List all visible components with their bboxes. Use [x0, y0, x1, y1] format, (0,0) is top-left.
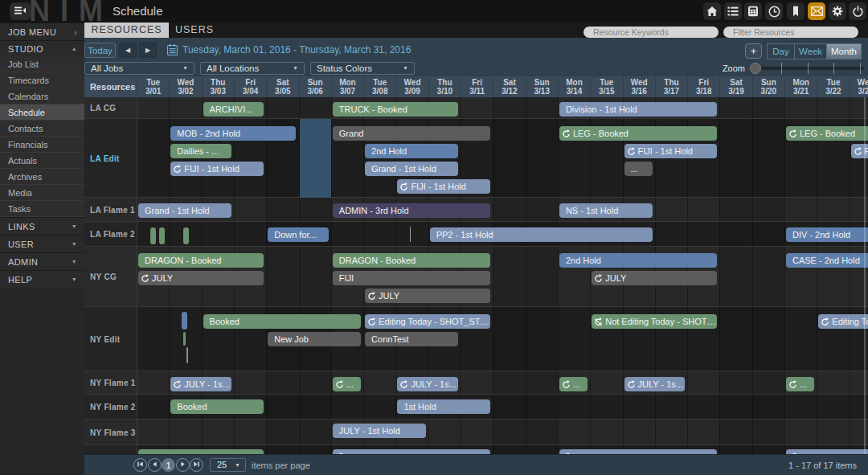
home-button[interactable]	[703, 2, 721, 20]
schedule-event[interactable]: NS - 1st Hold	[559, 203, 653, 218]
schedule-event[interactable]: DIV - 2nd Hold	[786, 227, 868, 242]
gear-button[interactable]	[829, 2, 846, 20]
sidebar-section-admin[interactable]: ADMIN▼	[0, 252, 84, 270]
schedule-event[interactable]: JULY - 1s...	[170, 377, 231, 391]
schedule-event[interactable]: ...	[333, 377, 361, 391]
mail-button[interactable]	[808, 2, 825, 20]
clock-button[interactable]	[765, 2, 783, 20]
schedule-event[interactable]: JULY - 1s...	[624, 377, 686, 391]
mini-event-line[interactable]	[186, 347, 188, 363]
mini-event-pill[interactable]	[159, 227, 165, 244]
sidebar-item-actuals[interactable]: Actuals	[0, 153, 84, 169]
schedule-event[interactable]: 2nd Hold	[365, 144, 458, 158]
schedule-event[interactable]: New Job	[268, 332, 361, 346]
filter-resources-input[interactable]	[723, 27, 858, 38]
next-button[interactable]: ▶	[139, 43, 157, 58]
schedule-event[interactable]: ADMIN - 3rd Hold	[333, 203, 491, 218]
sidebar-item-calendars[interactable]: Calendars	[0, 88, 84, 104]
schedule-event[interactable]: JULY	[138, 271, 264, 285]
list-button[interactable]	[724, 2, 742, 20]
schedule-event[interactable]: Editing Today - SHOT_STAT...	[818, 314, 868, 329]
sidebar-item-schedule[interactable]: Schedule	[0, 104, 84, 121]
resource-keywords-input[interactable]	[583, 27, 719, 38]
resource-label[interactable]: NY Flame 3	[84, 420, 137, 445]
schedule-event[interactable]: PP2 - 1st Hold	[430, 227, 653, 242]
schedule-event[interactable]: DRAGON - Booked	[138, 253, 264, 268]
sidebar-section-studio[interactable]: STUDIO▲	[0, 40, 84, 56]
resource-label[interactable]: NY Edit	[84, 307, 137, 371]
previous-page-button[interactable]	[148, 458, 162, 472]
sidebar-item-archives[interactable]: Archives	[0, 169, 84, 185]
mini-event-pill[interactable]	[182, 312, 187, 330]
view-month-button[interactable]: Month	[826, 43, 862, 59]
schedule-event[interactable]: DRAGON - Booked	[333, 253, 491, 268]
resource-label[interactable]: NY Flame 2	[84, 395, 137, 420]
bookmark-button[interactable]	[787, 2, 805, 20]
prev-button[interactable]: ◀	[119, 43, 137, 58]
add-event-button[interactable]: +	[745, 43, 762, 59]
selected-cell[interactable]	[300, 119, 331, 198]
today-button[interactable]: Today	[84, 43, 116, 58]
schedule-event[interactable]: Division - 1st Hold	[559, 102, 718, 117]
schedule-event[interactable]: FIJI - 1st Hold	[170, 162, 264, 176]
schedule-event[interactable]: 2nd Hold	[559, 253, 718, 268]
date-range-label[interactable]: Tuesday, March 01, 2016 - Thursday, Marc…	[182, 43, 411, 58]
schedule-event[interactable]: Grand - 1st Hold	[365, 162, 458, 176]
first-page-button[interactable]	[133, 458, 147, 472]
sidebar-item-timecards[interactable]: Timecards	[0, 72, 84, 88]
filter-dropdown-all-jobs[interactable]: All Jobs▼	[84, 62, 194, 75]
schedule-event[interactable]: Booked	[203, 314, 362, 329]
resource-label[interactable]: LA Flame 1	[84, 198, 137, 222]
page-1-button[interactable]: 1	[162, 458, 175, 472]
schedule-event[interactable]: Not Editing Today - SHOT_...	[592, 314, 717, 329]
schedule-event[interactable]: CASE - 2nd Hold	[786, 253, 868, 268]
filter-dropdown-all-locations[interactable]: All Locations▼	[200, 62, 305, 75]
schedule-event[interactable]: ConnTest	[365, 332, 458, 346]
sidebar-item-job-list[interactable]: Job List	[0, 56, 84, 72]
sidebar-item-contacts[interactable]: Contacts	[0, 121, 84, 137]
resource-label[interactable]: NY CG	[84, 247, 137, 307]
schedule-event[interactable]: ...	[786, 377, 814, 391]
mini-event-pill[interactable]	[150, 227, 156, 244]
mini-event-pill[interactable]	[183, 227, 189, 244]
schedule-event[interactable]: FIJI	[333, 271, 491, 285]
schedule-event[interactable]: ...	[559, 377, 588, 391]
schedule-event[interactable]: Grand	[333, 126, 491, 141]
calendar-button[interactable]	[744, 2, 762, 20]
schedule-event[interactable]: MOB - 2nd Hold	[170, 126, 296, 141]
schedule-event[interactable]: JULY - 1s...	[397, 377, 458, 391]
sidebar-item-media[interactable]: Media	[0, 185, 84, 201]
zoom-slider-knob[interactable]	[750, 63, 761, 74]
schedule-event[interactable]: Booked	[170, 399, 264, 414]
schedule-event[interactable]: LEG - Booked	[786, 126, 868, 141]
zoom-slider[interactable]	[750, 62, 864, 75]
sidebar-item-tasks[interactable]: Tasks	[0, 201, 84, 217]
schedule-event[interactable]: ARCHIVI...	[203, 102, 264, 117]
schedule-event[interactable]: FIJI - 1st Hold	[624, 144, 718, 158]
sidebar-section-job-menu[interactable]: JOB MENU›	[0, 23, 84, 40]
last-page-button[interactable]	[190, 458, 203, 472]
power-button[interactable]	[849, 2, 866, 20]
sidebar-section-user[interactable]: USER▼	[0, 235, 84, 252]
schedule-event[interactable]: Down for...	[268, 227, 329, 242]
sidebar-section-help[interactable]: HELP▼	[0, 270, 84, 288]
resource-label[interactable]	[84, 445, 137, 454]
schedule-event[interactable]: Dailies - ...	[170, 144, 231, 158]
schedule-event[interactable]: 1st Hold	[397, 399, 490, 414]
sidebar-section-links[interactable]: LINKS▼	[0, 217, 84, 235]
schedule-event[interactable]: JULY	[592, 271, 717, 285]
schedule-event[interactable]: Editing Today - SHOT_STAT...	[365, 314, 490, 329]
schedule-event[interactable]: JULY	[365, 289, 490, 303]
page-size-dropdown[interactable]: 25 ▼	[210, 458, 246, 472]
resource-label[interactable]: NY Flame 1	[84, 371, 137, 395]
view-day-button[interactable]: Day	[767, 43, 795, 59]
mini-event-line[interactable]	[183, 332, 186, 346]
schedule-event[interactable]: Grand - 1st Hold	[138, 203, 231, 218]
view-week-button[interactable]: Week	[794, 43, 827, 59]
schedule-event[interactable]: LEG - Booked	[559, 126, 718, 141]
resource-label[interactable]: LA Flame 2	[84, 222, 137, 247]
filter-dropdown-status-colors[interactable]: Status Colors▼	[310, 62, 415, 75]
schedule-event[interactable]: JULY - 1st Hold	[333, 424, 426, 438]
schedule-event[interactable]: FIJI - 1st Hold	[397, 179, 490, 194]
sidebar-item-financials[interactable]: Financials	[0, 137, 84, 153]
